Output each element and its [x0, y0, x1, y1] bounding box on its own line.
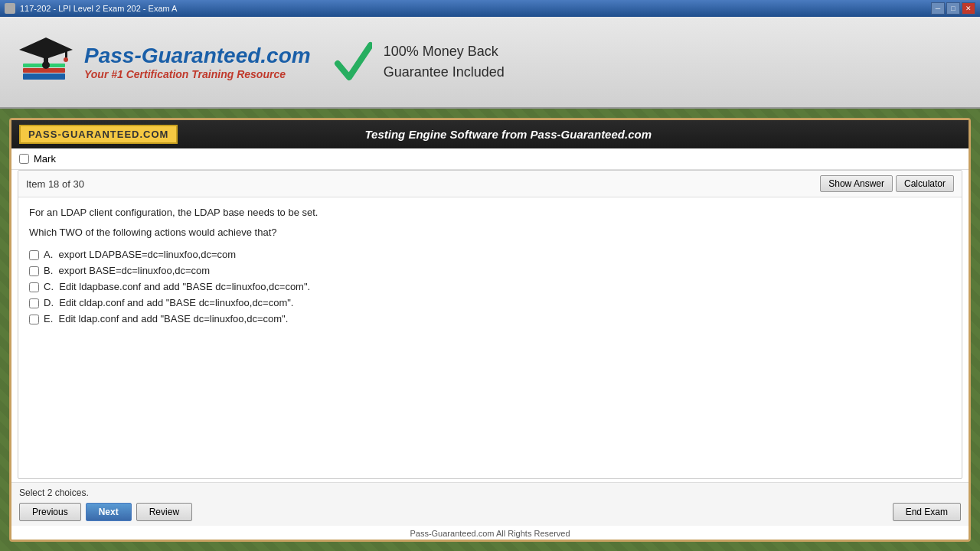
- logo-icon: [15, 31, 77, 93]
- mark-checkbox[interactable]: [19, 154, 29, 164]
- select-instruction: Select 2 choices.: [19, 487, 961, 498]
- answer-label-a[interactable]: A. export LDAPBASE=dc=linuxfoo,dc=com: [44, 249, 236, 260]
- answer-label-c[interactable]: C. Edit ldapbase.conf and add "BASE dc=l…: [44, 281, 310, 292]
- header-buttons: Show Answer Calculator: [820, 175, 954, 192]
- mark-label[interactable]: Mark: [34, 153, 56, 165]
- answer-item-c: C. Edit ldapbase.conf and add "BASE dc=l…: [29, 281, 951, 292]
- question-line1: For an LDAP client configuration, the LD…: [18, 197, 962, 223]
- review-button[interactable]: Review: [136, 503, 192, 521]
- next-button[interactable]: Next: [86, 503, 132, 521]
- answers-list: A. export LDAPBASE=dc=linuxfoo,dc=com B.…: [18, 246, 962, 332]
- exam-footer: Select 2 choices. Previous Next Review E…: [11, 482, 969, 526]
- copyright: Pass-Guaranteed.com All Rights Reserved: [11, 526, 969, 540]
- titlebar-title: 117-202 - LPI Level 2 Exam 202 - Exam A: [20, 4, 177, 13]
- logo-area: Pass-Guaranteed.com Your #1 Certificatio…: [15, 31, 311, 93]
- exam-container: PASS-GUARANTEED.COM Testing Engine Softw…: [9, 118, 971, 542]
- page-header: Pass-Guaranteed.com Your #1 Certificatio…: [0, 17, 980, 109]
- calculator-button[interactable]: Calculator: [896, 175, 954, 192]
- answer-item-b: B. export BASE=dc=linuxfoo,dc=com: [29, 265, 951, 276]
- answer-label-e[interactable]: E. Edit ldap.conf and add "BASE dc=linux…: [44, 313, 288, 324]
- previous-button[interactable]: Previous: [19, 503, 81, 521]
- footer-buttons: Previous Next Review End Exam: [19, 503, 961, 521]
- svg-point-5: [42, 61, 50, 69]
- mark-row: Mark: [11, 148, 969, 170]
- footer-left-buttons: Previous Next Review: [19, 503, 192, 521]
- show-answer-button[interactable]: Show Answer: [820, 175, 893, 192]
- maximize-button[interactable]: □: [946, 2, 960, 15]
- answer-checkbox-b[interactable]: [29, 266, 39, 276]
- titlebar-controls: ─ □ ✕: [931, 2, 975, 15]
- answer-item-d: D. Edit cldap.conf and add "BASE dc=linu…: [29, 297, 951, 308]
- checkmark-area: 100% Money Back Guarantee Included: [334, 39, 505, 85]
- logo-subtitle: Your #1 Certification Training Resource: [84, 68, 311, 80]
- exam-banner-title: Testing Engine Software from Pass-Guaran…: [364, 128, 652, 141]
- checkmark-icon: [334, 39, 372, 85]
- exam-body: Mark Item 18 of 30 Show Answer Calculato…: [11, 148, 969, 540]
- svg-rect-1: [23, 68, 65, 73]
- answer-item-e: E. Edit ldap.conf and add "BASE dc=linux…: [29, 313, 951, 324]
- main-wrapper: PASS-GUARANTEED.COM Testing Engine Softw…: [0, 109, 980, 551]
- answer-item-a: A. export LDAPBASE=dc=linuxfoo,dc=com: [29, 249, 951, 260]
- question-header: Item 18 of 30 Show Answer Calculator: [18, 171, 962, 197]
- logo-title: Pass-Guaranteed.com: [84, 44, 311, 68]
- end-exam-button[interactable]: End Exam: [893, 503, 961, 521]
- answer-label-b[interactable]: B. export BASE=dc=linuxfoo,dc=com: [44, 265, 210, 276]
- minimize-button[interactable]: ─: [931, 2, 945, 15]
- question-area: Item 18 of 30 Show Answer Calculator For…: [18, 170, 962, 479]
- guarantee-text: 100% Money Back Guarantee Included: [384, 41, 505, 83]
- question-line2: Which TWO of the following actions would…: [18, 223, 962, 246]
- svg-rect-0: [23, 73, 65, 80]
- item-label: Item 18 of 30: [26, 178, 84, 190]
- answer-checkbox-d[interactable]: [29, 298, 39, 308]
- close-button[interactable]: ✕: [962, 2, 975, 15]
- answer-label-d[interactable]: D. Edit cldap.conf and add "BASE dc=linu…: [44, 297, 293, 308]
- answer-checkbox-e[interactable]: [29, 315, 39, 324]
- answer-checkbox-c[interactable]: [29, 282, 39, 292]
- exam-banner-logo: PASS-GUARANTEED.COM: [19, 125, 178, 144]
- app-icon: [5, 3, 15, 14]
- answer-checkbox-a[interactable]: [29, 250, 39, 260]
- logo-text: Pass-Guaranteed.com Your #1 Certificatio…: [84, 44, 311, 80]
- svg-point-7: [64, 57, 68, 62]
- titlebar: 117-202 - LPI Level 2 Exam 202 - Exam A …: [0, 0, 980, 17]
- exam-banner: PASS-GUARANTEED.COM Testing Engine Softw…: [11, 120, 969, 148]
